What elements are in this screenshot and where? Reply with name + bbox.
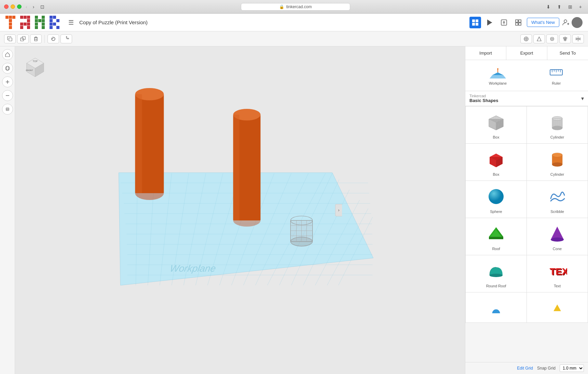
- view-home-button[interactable]: [520, 34, 532, 43]
- svg-point-36: [5, 66, 10, 70]
- camera-button[interactable]: [546, 34, 558, 43]
- undo-button[interactable]: [47, 34, 59, 43]
- shape-text[interactable]: TEXT TEXT TEXT Text: [527, 255, 588, 292]
- user-add-icon: [562, 18, 570, 27]
- minimize-button[interactable]: [11, 4, 15, 9]
- maximize-button[interactable]: [17, 4, 22, 9]
- send-to-button[interactable]: Send To: [547, 46, 588, 60]
- transform-icon: [486, 19, 493, 26]
- toolbar-divider: [44, 35, 45, 43]
- titlebar-left: ‹ › ⊡: [4, 3, 46, 10]
- shapes-grid: Box: [465, 106, 588, 323]
- plus-icon: [5, 80, 10, 84]
- toolbar-right: [520, 34, 584, 43]
- shape-box-red[interactable]: Box: [466, 144, 527, 181]
- forward-button[interactable]: ›: [31, 3, 36, 10]
- shape-roof[interactable]: Roof: [466, 218, 527, 255]
- round-roof-icon: [486, 261, 506, 281]
- user-menu[interactable]: [562, 17, 583, 28]
- close-button[interactable]: [4, 4, 9, 9]
- partial-shape-2-icon: [547, 298, 568, 318]
- ruler-label: Ruler: [552, 81, 561, 85]
- svg-marker-98: [490, 75, 506, 78]
- new-tab-button[interactable]: +: [577, 3, 584, 10]
- snap-grid-label: Snap Grid: [537, 366, 556, 371]
- shape-icon: [536, 36, 542, 42]
- zoom-in-button[interactable]: [2, 76, 13, 87]
- svg-point-101: [497, 68, 498, 70]
- redo-button[interactable]: [60, 34, 72, 43]
- align-button[interactable]: [559, 34, 571, 43]
- shape-button[interactable]: [533, 34, 545, 43]
- svg-rect-10: [516, 23, 518, 25]
- edit-grid-button[interactable]: Edit Grid: [517, 366, 533, 371]
- scene-svg: Workplane: [15, 46, 465, 374]
- tinkercad-logo[interactable]: [5, 16, 63, 29]
- tabs-icon[interactable]: ⊞: [566, 3, 574, 10]
- fullscreen-button[interactable]: ⊡: [38, 3, 46, 10]
- snap-grid-select[interactable]: 1.0 mm 0.5 mm 2.0 mm: [560, 364, 584, 372]
- share-icon[interactable]: ⬆: [555, 3, 563, 10]
- traffic-lights: [4, 4, 22, 9]
- workplane-label: Workplane: [489, 81, 507, 85]
- shape-round-roof[interactable]: Round Roof: [466, 255, 527, 292]
- export-button-panel[interactable]: Export: [506, 46, 547, 60]
- orbit-button[interactable]: [2, 63, 13, 74]
- shape-sphere-blue[interactable]: Sphere: [466, 181, 527, 218]
- shape-cone[interactable]: Cone: [527, 218, 588, 255]
- svg-marker-34: [576, 38, 578, 40]
- import-button[interactable]: Import: [465, 46, 506, 60]
- whats-new-button[interactable]: What's New: [527, 18, 559, 27]
- svg-marker-27: [537, 37, 541, 41]
- minus-icon: [5, 93, 10, 98]
- svg-point-28: [550, 37, 554, 41]
- lock-icon: 🔒: [279, 4, 284, 9]
- url-bar[interactable]: 🔒 tinkercad.com: [241, 3, 350, 11]
- library-dropdown-button[interactable]: ▾: [581, 95, 584, 102]
- align-icon: [562, 36, 568, 42]
- mirror-icon: [575, 36, 581, 42]
- svg-point-12: [564, 20, 567, 23]
- home-view-button[interactable]: [2, 49, 13, 60]
- trash-icon: [33, 36, 39, 42]
- export-button[interactable]: [498, 17, 510, 28]
- svg-point-42: [7, 109, 8, 110]
- collapse-panel-button[interactable]: ›: [335, 204, 342, 216]
- shape-cylinder-gray[interactable]: Cylinder: [527, 106, 588, 143]
- svg-point-149: [492, 310, 500, 313]
- svg-rect-41: [6, 108, 9, 111]
- grid-icon: [471, 19, 479, 26]
- viewport[interactable]: TOP FRONT: [15, 46, 465, 374]
- download-icon[interactable]: ⬇: [544, 3, 552, 10]
- menu-button[interactable]: ☰: [67, 17, 75, 28]
- transform-button[interactable]: [484, 17, 495, 28]
- shape-library: Box: [465, 106, 588, 362]
- shape-cylinder-orange[interactable]: Cylinder: [527, 144, 588, 181]
- shape-scribble[interactable]: Scribble: [527, 181, 588, 218]
- back-button[interactable]: ‹: [24, 3, 29, 10]
- svg-text:Workplane: Workplane: [169, 263, 217, 274]
- fit-button[interactable]: [2, 104, 13, 115]
- workplane-tool[interactable]: Workplane: [489, 66, 507, 85]
- toolbar: [0, 31, 588, 46]
- shape-partial-1[interactable]: [466, 292, 527, 322]
- svg-rect-82: [135, 94, 142, 193]
- zoom-out-button[interactable]: [2, 90, 13, 101]
- box-gray-label: Box: [493, 135, 500, 139]
- duplicate-button[interactable]: [17, 34, 29, 43]
- orbit-icon: [5, 66, 10, 71]
- delete-button[interactable]: [30, 34, 42, 43]
- grid-view-button[interactable]: [469, 17, 481, 28]
- workplane-icon: [490, 66, 506, 79]
- copy-button[interactable]: [4, 34, 16, 43]
- ruler-icon: [548, 66, 564, 79]
- mirror-button[interactable]: [572, 34, 584, 43]
- ruler-tool[interactable]: Ruler: [548, 66, 564, 85]
- cylinder-orange-icon: [547, 149, 568, 170]
- shape-partial-2[interactable]: [527, 292, 588, 322]
- shape-box-gray[interactable]: Box: [466, 106, 527, 143]
- roof-label: Roof: [492, 247, 500, 251]
- library-header: Tinkercad Basic Shapes ▾: [465, 91, 588, 106]
- group-button[interactable]: [512, 17, 524, 28]
- svg-rect-3: [476, 23, 478, 26]
